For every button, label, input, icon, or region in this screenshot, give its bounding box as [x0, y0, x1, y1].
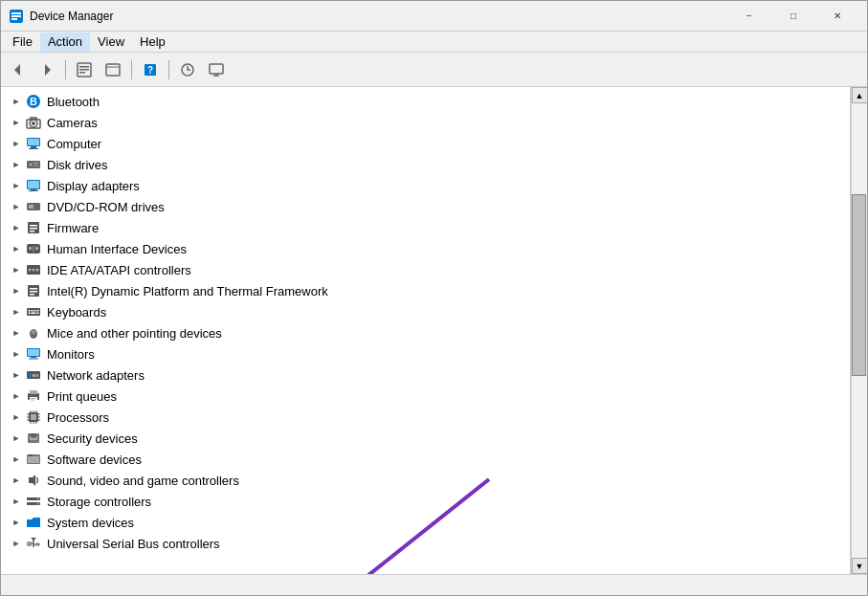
svg-rect-96: [29, 454, 33, 456]
scrollbar-thumb[interactable]: [852, 194, 866, 376]
tree-item-monitors[interactable]: ► Monitors: [1, 343, 850, 364]
menu-action[interactable]: Action: [40, 33, 90, 52]
menu-view[interactable]: View: [90, 33, 132, 52]
scrollbar-up-arrow[interactable]: ▲: [852, 87, 868, 103]
tree-item-ide[interactable]: ► IDE ATA/ATAPI controllers: [1, 259, 850, 280]
tree-item-dvd[interactable]: ► DVD/CD-ROM drives: [1, 196, 850, 217]
expand-arrow-ide[interactable]: ►: [9, 262, 24, 277]
usb-label: Universal Serial Bus controllers: [47, 537, 220, 551]
expand-arrow-display[interactable]: ►: [9, 178, 24, 193]
expand-arrow-disk[interactable]: ►: [9, 157, 24, 172]
expand-arrow-system[interactable]: ►: [9, 515, 24, 530]
tree-item-keyboards[interactable]: ► Keyboards: [1, 301, 850, 322]
expand-arrow-firmware[interactable]: ►: [9, 220, 24, 235]
screen-view-button[interactable]: [203, 56, 230, 83]
security-devices-label: Security devices: [47, 431, 138, 446]
expand-arrow-storage[interactable]: ►: [9, 494, 24, 509]
expand-arrow-mice[interactable]: ►: [9, 325, 24, 341]
svg-rect-65: [28, 349, 39, 356]
scrollbar-down-arrow[interactable]: ▼: [852, 558, 868, 574]
app-icon: [9, 9, 24, 24]
expand-arrow-network[interactable]: ►: [9, 367, 24, 383]
scrollbar-track[interactable]: [852, 103, 868, 558]
svg-point-28: [30, 164, 33, 166]
expand-arrow-print[interactable]: ►: [9, 388, 24, 404]
tree-item-software[interactable]: ► Software devices: [1, 449, 850, 470]
maximize-button[interactable]: □: [771, 1, 815, 32]
expand-arrow-keyboards[interactable]: ►: [9, 304, 24, 320]
tree-item-intel[interactable]: ► Intel(R) Dynamic Platform and Thermal …: [1, 280, 850, 301]
intel-label: Intel(R) Dynamic Platform and Thermal Fr…: [47, 284, 328, 298]
tree-item-network[interactable]: ► Network adapters: [1, 364, 850, 386]
monitors-label: Monitors: [47, 347, 95, 362]
security-devices-icon: [24, 430, 43, 446]
device-tree[interactable]: ► B Bluetooth ►: [1, 87, 851, 574]
print-queues-icon: [24, 388, 43, 404]
minimize-button[interactable]: −: [727, 1, 771, 32]
svg-rect-67: [29, 359, 38, 360]
svg-rect-60: [37, 313, 39, 315]
processors-icon: [24, 409, 43, 425]
svg-rect-44: [35, 247, 38, 250]
tree-item-print[interactable]: ► Print queues: [1, 386, 850, 407]
expand-arrow-cameras[interactable]: ►: [9, 115, 24, 130]
tree-item-cameras[interactable]: ► Cameras: [1, 112, 850, 133]
firmware-icon: [24, 220, 43, 235]
expand-arrow-hid[interactable]: ►: [9, 241, 24, 256]
svg-rect-34: [29, 190, 38, 191]
tree-item-storage[interactable]: ► Storage controllers: [1, 491, 850, 512]
close-button[interactable]: ✕: [815, 1, 859, 32]
scan-button[interactable]: [174, 56, 201, 83]
tree-item-processors[interactable]: ►: [1, 407, 850, 428]
expand-arrow-processors[interactable]: ►: [9, 409, 24, 425]
expand-arrow-software[interactable]: ►: [9, 452, 24, 467]
device-manager-window: Device Manager − □ ✕ File Action View He…: [0, 0, 868, 596]
display-adapters-label: Display adapters: [47, 179, 140, 193]
tree-item-display-adapters[interactable]: ► Display adapters: [1, 175, 850, 196]
scrollbar[interactable]: ▲ ▼: [851, 87, 867, 574]
expand-arrow-monitors[interactable]: ►: [9, 346, 24, 362]
menu-help[interactable]: Help: [132, 33, 173, 52]
keyboards-label: Keyboards: [47, 305, 106, 320]
tree-item-firmware[interactable]: ► Firmware: [1, 217, 850, 238]
firmware-label: Firmware: [47, 221, 99, 235]
svg-rect-25: [31, 146, 36, 148]
back-button[interactable]: [5, 56, 32, 83]
svg-line-106: [31, 543, 33, 544]
expand-arrow-intel[interactable]: ►: [9, 283, 24, 298]
tree-item-bluetooth[interactable]: ► B Bluetooth: [1, 91, 850, 112]
svg-rect-59: [32, 313, 36, 315]
expand-arrow-security[interactable]: ►: [9, 430, 24, 446]
svg-rect-42: [29, 247, 32, 250]
svg-point-47: [33, 269, 35, 272]
tree-item-system[interactable]: ► System devices: [1, 512, 850, 533]
tree-item-hid[interactable]: ► Human Interface Devices: [1, 238, 850, 259]
help-button[interactable]: ?: [137, 56, 164, 83]
svg-rect-70: [33, 374, 35, 377]
toolbar: ?: [1, 53, 867, 87]
svg-rect-52: [30, 294, 34, 296]
expand-arrow-computer[interactable]: ►: [9, 136, 24, 151]
expand-arrow-bluetooth[interactable]: ►: [9, 94, 24, 109]
tree-item-usb[interactable]: ► Universal Serial Bus controllers: [1, 533, 850, 554]
properties-button[interactable]: [71, 56, 98, 83]
svg-rect-105: [36, 543, 39, 545]
svg-rect-55: [32, 310, 33, 312]
tree-item-mice[interactable]: ► Mice and other pointing devices: [1, 322, 850, 343]
menu-file[interactable]: File: [5, 33, 40, 52]
system-devices-label: System devices: [47, 516, 134, 530]
expand-arrow-usb[interactable]: ►: [9, 536, 24, 551]
tree-item-computer[interactable]: ► Computer: [1, 133, 850, 154]
cameras-icon: [24, 115, 43, 130]
expand-arrow-sound[interactable]: ►: [9, 473, 24, 488]
tree-item-security[interactable]: ► Security devices: [1, 428, 850, 449]
tree-item-sound[interactable]: ► Sound, video and game controllers: [1, 470, 850, 491]
software-devices-icon: [24, 452, 43, 467]
cameras-label: Cameras: [47, 116, 98, 130]
forward-button[interactable]: [33, 56, 60, 83]
expand-arrow-dvd[interactable]: ►: [9, 199, 24, 214]
tree-item-disk-drives[interactable]: ► Disk drives: [1, 154, 850, 175]
update-driver-button[interactable]: [100, 56, 126, 83]
svg-rect-66: [31, 357, 36, 358]
svg-rect-58: [29, 313, 31, 315]
